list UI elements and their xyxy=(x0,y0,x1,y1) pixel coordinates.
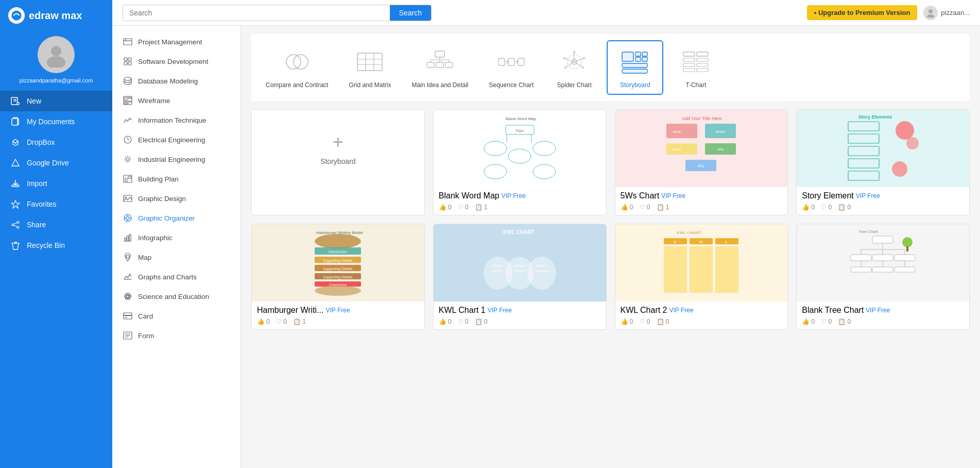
template-card-new-storyboard[interactable]: + Storyboard xyxy=(251,109,425,215)
sidebar-item-dropbox[interactable]: DropBox xyxy=(0,132,112,153)
svg-rect-33 xyxy=(125,97,127,100)
user-avatar-icon xyxy=(923,6,938,20)
menu-item-electrical-engineering[interactable]: Electrical Engineering xyxy=(112,130,240,149)
svg-rect-185 xyxy=(851,255,871,261)
cat-storyboard[interactable]: Storyboard xyxy=(607,40,663,95)
favorites-kwl-chart-1: ♡ 0 xyxy=(458,318,469,325)
template-vip-kwl-chart-2: VIP Free xyxy=(669,307,694,314)
sidebar-item-share[interactable]: Share xyxy=(0,214,112,235)
template-info-blank-word-map: Blank Word Map VIP Free 👍 0 ♡ 0 📋 1 xyxy=(434,187,606,215)
svg-text:what: what xyxy=(673,130,681,133)
sidebar-label-dropbox: DropBox xyxy=(27,138,55,146)
favorites-blank-word-map: ♡ 0 xyxy=(458,204,469,211)
template-stats-story-element: 👍 0 ♡ 0 📋 0 xyxy=(802,204,964,211)
menu-item-industrial-engineering[interactable]: Industrial Engineering xyxy=(112,149,240,169)
t-chart-icon xyxy=(680,46,711,77)
graphic-organizer-icon xyxy=(123,213,133,223)
template-stats-blank-tree-chart: 👍 0 ♡ 0 📋 0 xyxy=(802,318,964,325)
svg-rect-113 xyxy=(697,69,708,72)
avatar-section: pizzaandparatha@gmail.com xyxy=(0,31,112,91)
cat-grid-matrix[interactable]: Grid and Matrix xyxy=(340,40,399,95)
cat-spider-chart[interactable]: Spider Chart xyxy=(546,40,603,95)
svg-rect-192 xyxy=(872,267,893,272)
svg-rect-74 xyxy=(427,62,434,68)
template-card-blank-word-map[interactable]: Blank Word Map Topic xyxy=(433,109,607,215)
svg-point-145 xyxy=(315,234,361,248)
template-card-kwl-chart-2[interactable]: KWL CHART K W L xyxy=(615,224,788,330)
menu-item-project-management[interactable]: Project Management xyxy=(112,32,240,52)
cat-label-storyboard: Storyboard xyxy=(620,81,650,89)
main-area: Search • Upgrade to Premium Version pizz… xyxy=(112,0,980,468)
menu-item-database-modeling[interactable]: Database Modeling xyxy=(112,71,240,91)
favorites-story-element: ♡ 0 xyxy=(821,204,832,211)
template-vip-blank-word-map: VIP Free xyxy=(502,192,526,199)
favorites-blank-tree-chart: ♡ 0 xyxy=(821,318,832,325)
sidebar-item-new[interactable]: New xyxy=(0,91,112,111)
import-icon xyxy=(10,178,21,189)
menu-item-information-technique[interactable]: Information Technique xyxy=(112,110,240,130)
search-button[interactable]: Search xyxy=(390,5,431,21)
right-panel: Compare and Contract Grid and Matrix xyxy=(241,26,980,468)
science-and-education-icon xyxy=(123,291,133,302)
sidebar-item-google-drive[interactable]: Google Drive xyxy=(0,153,112,173)
menu-item-software-development[interactable]: Software Development xyxy=(112,52,240,71)
sidebar-item-my-documents[interactable]: My Documents xyxy=(0,111,112,132)
sidebar-item-recycle-bin[interactable]: Recycle Bin xyxy=(0,235,112,256)
svg-rect-139 xyxy=(848,159,879,168)
template-card-blank-tree-chart[interactable]: Tree Chart xyxy=(796,224,970,330)
cat-t-chart[interactable]: T-Chart xyxy=(667,40,724,95)
svg-text:Topic:___________: Topic:___________ xyxy=(505,238,536,242)
user-email: pizzaandparatha@gmail.com xyxy=(14,77,98,83)
svg-text:KWL CHART: KWL CHART xyxy=(677,230,701,235)
wireframe-icon xyxy=(123,95,133,106)
svg-rect-30 xyxy=(128,62,131,65)
menu-item-science-and-education[interactable]: Science and Education xyxy=(112,287,240,306)
template-card-story-element[interactable]: Story Elements Sto xyxy=(796,109,970,215)
svg-text:Supporting Details: Supporting Details xyxy=(323,267,353,271)
cat-compare-contract[interactable]: Compare and Contract xyxy=(257,40,336,95)
likes-hamburger-writing: 👍 0 xyxy=(257,318,270,325)
spider-chart-icon xyxy=(559,46,590,77)
svg-rect-106 xyxy=(683,52,695,56)
content: Project Management Software Development … xyxy=(112,26,980,468)
cat-sequence-chart[interactable]: Sequence Chart xyxy=(481,40,542,95)
templates-grid: + Storyboard Blank Word Map Topic xyxy=(251,109,970,330)
template-card-hamburger-writing[interactable]: Hamburger Writing Model Introduction Sup… xyxy=(251,224,425,330)
template-card-kwl-chart-1[interactable]: KWL CHART Topic:___________ What I know … xyxy=(433,224,607,330)
template-preview-hamburger-writing: Hamburger Writing Model Introduction Sup… xyxy=(252,224,424,302)
template-name-blank-tree-chart: Blank Tree Chart xyxy=(802,306,864,315)
svg-text:where: where xyxy=(715,130,726,133)
menu-item-graphic-organizer[interactable]: Graphic Organizer xyxy=(112,208,240,228)
search-input[interactable] xyxy=(123,6,390,20)
menu-item-graphic-design[interactable]: Graphic Design xyxy=(112,189,240,208)
left-panel: Project Management Software Development … xyxy=(112,26,241,468)
svg-text:Supporting Details: Supporting Details xyxy=(323,275,353,279)
svg-text:Story Elements: Story Elements xyxy=(858,114,892,120)
menu-item-card[interactable]: Card xyxy=(112,306,240,326)
menu-item-map[interactable]: Map xyxy=(112,247,240,267)
infographic-icon xyxy=(123,232,133,243)
menu-item-wireframe[interactable]: Wireframe xyxy=(112,91,240,110)
menu-item-infographic[interactable]: Infographic xyxy=(112,228,240,247)
svg-point-16 xyxy=(17,221,19,223)
template-name-story-element: Story Element xyxy=(802,191,853,200)
svg-point-43 xyxy=(125,197,127,198)
template-vip-story-element: VIP Free xyxy=(856,192,880,199)
template-card-5ws-chart[interactable]: Add Your Title Here what where when who … xyxy=(615,109,788,215)
cat-main-idea-detail[interactable]: Main Idea and Detail xyxy=(403,40,476,95)
upgrade-button[interactable]: • Upgrade to Premium Version xyxy=(807,5,918,20)
template-stats-hamburger-writing: 👍 0 ♡ 0 📋 1 xyxy=(257,318,419,325)
graphic-design-icon xyxy=(123,193,133,204)
menu-item-graphs-and-charts[interactable]: Graphs and Charts xyxy=(112,267,240,287)
menu-item-form[interactable]: Form xyxy=(112,326,240,345)
svg-text:Introduction: Introduction xyxy=(329,250,348,254)
sidebar-item-favorites[interactable]: Favorites xyxy=(0,194,112,214)
svg-text:learned: learned xyxy=(535,269,548,273)
svg-rect-103 xyxy=(642,57,647,61)
sidebar-item-import[interactable]: Import xyxy=(0,173,112,194)
industrial-engineering-icon xyxy=(123,154,133,164)
menu-item-building-plan[interactable]: Building Plan xyxy=(112,169,240,189)
svg-text:W: W xyxy=(699,240,703,244)
svg-rect-107 xyxy=(697,52,708,56)
svg-text:who: who xyxy=(717,147,724,151)
